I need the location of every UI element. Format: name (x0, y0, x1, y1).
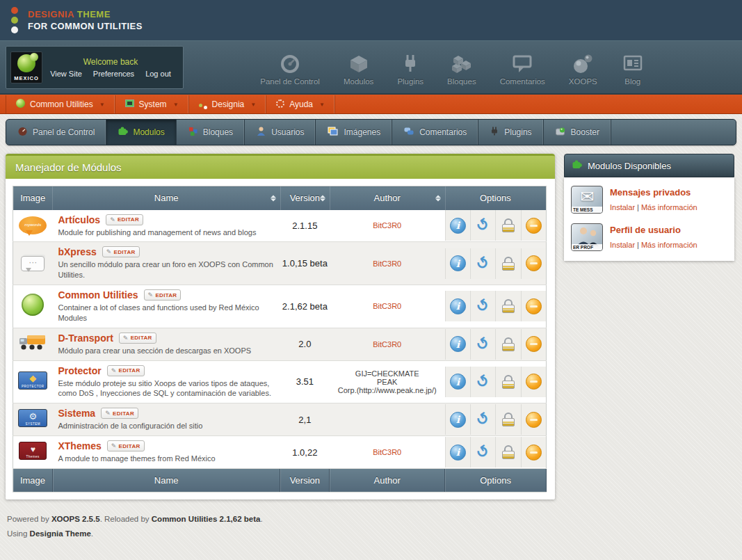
deactivate-button[interactable] (521, 210, 546, 241)
sort-icon[interactable] (320, 195, 325, 201)
menu-designia[interactable]: Designia ▼ (189, 95, 267, 113)
deactivate-icon (526, 412, 542, 428)
info-button[interactable]: i (445, 291, 470, 321)
install-link[interactable]: Instalar (610, 203, 635, 211)
edit-module-button[interactable]: ✎EDITAR (144, 289, 182, 301)
tab-modulos[interactable]: Modulos (106, 120, 176, 145)
author-link[interactable]: BitC3R0 (373, 340, 401, 349)
column-header-version[interactable]: Version (280, 186, 330, 210)
log-out-link[interactable]: Log out (145, 70, 171, 78)
update-button[interactable]: ↺ (470, 210, 495, 241)
deactivate-button[interactable] (521, 291, 546, 321)
info-button[interactable]: i (445, 329, 470, 360)
tab-panel-de-control[interactable]: Panel de Control (6, 120, 106, 145)
toolbar-app-xoops[interactable]: XOOPS (569, 49, 597, 86)
deactivate-icon (526, 298, 542, 314)
deactivate-button[interactable] (521, 437, 546, 467)
author-link[interactable]: BitC3R0 (373, 448, 401, 456)
update-button[interactable]: ↺ (470, 329, 495, 360)
menu-common-utilities[interactable]: Common Utilities ▼ (6, 95, 115, 113)
module-name-link[interactable]: bXpress (58, 246, 96, 257)
tab-usuarios[interactable]: Usuarios (245, 120, 316, 145)
view-site-link[interactable]: View Site (50, 70, 82, 78)
menu-ayuda[interactable]: Ayuda ▼ (266, 95, 335, 113)
module-version: 1.0,22 (280, 436, 330, 469)
edit-icon: ✎ (105, 410, 111, 417)
update-button[interactable]: ↺ (470, 248, 495, 279)
toolbar-app-comentarios[interactable]: Comentarios (500, 49, 545, 86)
author-link[interactable]: BitC3R0 (373, 259, 401, 268)
sort-icon[interactable] (435, 195, 441, 201)
tab-plugins[interactable]: Plugins (478, 120, 543, 145)
site-logo[interactable]: MEXICO (10, 51, 42, 83)
toolbar-app-plugins[interactable]: Plugins (397, 49, 424, 86)
update-icon: ↺ (474, 334, 493, 354)
module-name-link[interactable]: XThemes (58, 440, 101, 451)
tab-bloques[interactable]: Bloques (177, 120, 245, 145)
footer-theme: Using Designia Theme. (7, 529, 742, 538)
deactivate-button[interactable] (521, 404, 546, 435)
available-module-name-link[interactable]: Mensajes privados (610, 187, 697, 198)
deactivate-button[interactable] (521, 329, 546, 360)
install-link[interactable]: Instalar (610, 241, 635, 249)
preferences-link[interactable]: Preferences (93, 70, 134, 78)
module-icon-cell: ··· (13, 242, 53, 285)
ayuda-icon (276, 99, 284, 110)
more-info-link[interactable]: Más información (641, 241, 697, 249)
tab-imagenes[interactable]: Imágenes (316, 120, 392, 145)
main-menubar: Common Utilities ▼ System ▼ Designia ▼ A… (0, 95, 742, 114)
edit-module-button[interactable]: ✎EDITAR (107, 365, 145, 376)
toolbar-app-panel-de-control[interactable]: Panel de Control (260, 49, 320, 86)
plug-icon (490, 126, 499, 138)
lock-button[interactable] (495, 329, 520, 360)
available-module-name-link[interactable]: Perfil de usuario (610, 225, 697, 235)
update-button[interactable]: ↺ (470, 291, 495, 321)
lock-button[interactable] (495, 404, 520, 435)
more-info-link[interactable]: Más información (641, 203, 697, 211)
edit-module-button[interactable]: ✎EDITAR (102, 246, 140, 257)
lock-button[interactable] (495, 291, 520, 321)
edit-module-button[interactable]: ✎EDITAR (107, 440, 145, 451)
lock-button[interactable] (495, 210, 520, 241)
toolbar-app-blog[interactable]: Blog (621, 49, 645, 86)
module-name-link[interactable]: Common Utilities (58, 289, 138, 301)
update-button[interactable]: ↺ (470, 404, 495, 435)
column-header-name[interactable]: Name (52, 186, 280, 210)
lock-button[interactable] (495, 437, 520, 467)
deactivate-button[interactable] (521, 367, 546, 397)
lock-button[interactable] (495, 367, 520, 397)
available-module-perfil-de-usuario: ER PROF Perfil de usuario Instalar|Más i… (571, 223, 727, 251)
author-link[interactable]: BitC3R0 (373, 221, 401, 230)
info-button[interactable]: i (445, 367, 470, 397)
cube-icon (347, 49, 371, 75)
module-version: 2.1.15 (280, 210, 330, 242)
comments-icon (403, 126, 414, 138)
tab-booster[interactable]: Booster (544, 120, 611, 145)
module-icon-cell (13, 285, 53, 328)
column-header-author[interactable]: Author (330, 186, 445, 210)
deactivate-button[interactable] (521, 248, 546, 279)
module-name-link[interactable]: D-Transport (58, 333, 113, 344)
info-button[interactable]: i (445, 248, 470, 279)
lock-button[interactable] (495, 248, 520, 279)
info-button[interactable]: i (445, 437, 470, 467)
edit-module-button[interactable]: ✎EDITAR (106, 214, 143, 225)
sort-icon[interactable] (271, 195, 276, 201)
info-button[interactable]: i (445, 210, 470, 241)
author-link[interactable]: BitC3R0 (373, 302, 401, 310)
tab-comentarios[interactable]: Comentarios (392, 120, 478, 145)
update-button[interactable]: ↺ (470, 367, 495, 397)
update-button[interactable]: ↺ (470, 437, 495, 467)
edit-icon: ✎ (106, 248, 112, 255)
module-name-link[interactable]: Sistema (58, 408, 95, 419)
menu-system[interactable]: System ▼ (115, 95, 189, 113)
edit-module-button[interactable]: ✎EDITAR (119, 333, 156, 344)
module-name-link[interactable]: Artículos (58, 214, 100, 225)
module-author: BitC3R0 (330, 436, 445, 469)
module-row-articulos: mywords Artículos ✎EDITAR Module for pub… (13, 210, 547, 242)
edit-module-button[interactable]: ✎EDITAR (101, 408, 138, 419)
toolbar-app-bloques[interactable]: Bloques (447, 49, 476, 86)
module-name-link[interactable]: Protector (58, 365, 101, 376)
info-button[interactable]: i (445, 404, 470, 435)
toolbar-app-modulos[interactable]: Modulos (344, 49, 373, 86)
